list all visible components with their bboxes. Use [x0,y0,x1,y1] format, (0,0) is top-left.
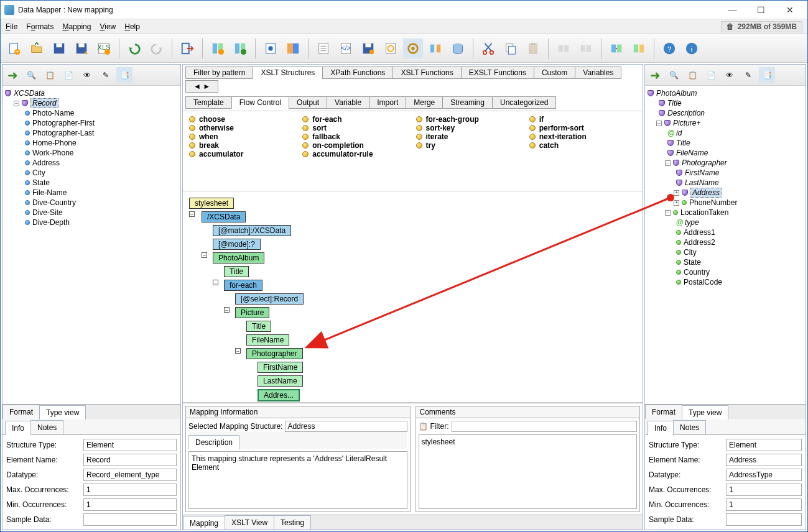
left-tab-format[interactable]: Format [2,405,40,419]
flow-item[interactable]: choose [189,115,296,124]
saveas-icon[interactable] [72,39,91,58]
left-tree-item[interactable]: Dive-Depth [32,218,70,227]
node-lastname[interactable]: LastName [258,375,303,387]
rt-firstname[interactable]: FirstName [685,168,719,177]
right-tab-notes[interactable]: Notes [673,420,706,434]
tool-d-icon[interactable] [283,39,303,58]
left-tree-root[interactable]: XCSData [14,89,45,98]
right-info-sample[interactable] [726,513,802,526]
left-tree[interactable]: XCSData –Record Photo-NamePhotographer-F… [2,86,180,404]
rt-desc[interactable]: Description [667,109,705,117]
left-add-icon[interactable]: ➜ [4,67,21,83]
rt-picture[interactable]: Picture+ [673,119,700,127]
left-tab-typeview[interactable]: Type view [39,405,86,420]
left-search-icon[interactable]: 🔍 [23,67,39,83]
rt-country[interactable]: Country [684,268,710,277]
tool-g-icon[interactable] [358,39,378,58]
left-t3-icon[interactable]: 👁 [79,67,95,83]
tool-n-icon[interactable] [629,39,649,58]
left-info-datatype[interactable] [83,469,177,481]
sub-tab[interactable]: Import [369,96,406,109]
save-icon[interactable] [49,39,69,58]
tool-m-icon[interactable] [606,39,626,58]
top-tab[interactable]: XSLT Structures [253,66,323,79]
flow-item[interactable]: if [529,115,636,124]
rt-state[interactable]: State [684,258,701,267]
node-photographer[interactable]: Photographer [246,348,303,359]
top-tab[interactable]: Custom [534,66,575,79]
rt-id[interactable]: id [676,129,682,137]
db-icon[interactable] [448,39,468,58]
menu-help[interactable]: Help [124,22,140,31]
sub-tab[interactable]: Variable [327,96,369,109]
node-match[interactable]: [@match]:/XCSData [213,225,291,236]
tool-j-icon[interactable] [425,39,445,58]
tool-i-icon[interactable] [403,39,423,58]
right-info-min[interactable] [726,498,802,511]
left-tree-item[interactable]: Dive-Country [32,198,76,207]
help-icon[interactable]: ? [659,39,679,58]
right-info-datatype[interactable] [726,469,802,481]
left-info-elemname[interactable] [83,454,177,466]
minimize-button[interactable]: — [718,1,746,19]
maximize-button[interactable]: ☐ [747,1,775,19]
rt-addr2[interactable]: Address2 [684,238,715,247]
flow-item[interactable]: accumulator-rule [302,150,409,158]
left-info-structtype[interactable] [83,439,177,451]
bottom-tab[interactable]: XSLT View [225,515,274,530]
rt-city[interactable]: City [684,248,697,257]
left-t5-icon[interactable]: 📑 [116,67,132,83]
tool-e-icon[interactable] [313,39,333,58]
left-t1-icon[interactable]: 📋 [42,67,58,83]
rt-ltype[interactable]: type [685,218,699,227]
sub-tab[interactable]: Output [289,96,327,109]
node-title[interactable]: Title [224,266,249,277]
node-picture[interactable]: Picture [235,307,269,318]
right-t5-icon[interactable]: 📑 [759,67,775,83]
rt-root[interactable]: PhotoAlbum [656,89,697,98]
flow-item[interactable]: catch [529,141,636,150]
node-filename[interactable]: FileName [246,334,289,346]
undo-icon[interactable] [124,39,144,58]
memory-indicator[interactable]: 🗑 292MB of 359MB [721,21,802,32]
node-stylesheet[interactable]: stylesheet [189,198,234,209]
left-tree-item[interactable]: State [32,178,50,187]
left-info-min[interactable] [83,498,177,511]
node-mode[interactable]: [@mode]:? [213,239,261,250]
tool-b-icon[interactable] [230,39,250,58]
flow-item[interactable]: fallback [302,132,409,141]
tool-k-icon[interactable] [554,39,573,58]
sub-tab[interactable]: Flow Control [231,96,289,109]
tool-h-icon[interactable] [381,39,401,58]
flow-item[interactable]: iterate [416,132,523,141]
flow-item[interactable]: on-completion [302,141,409,150]
rt-addr1[interactable]: Address1 [684,228,715,237]
right-tab-format[interactable]: Format [645,405,682,419]
left-tree-item[interactable]: Home-Phone [32,139,77,147]
bottom-tab[interactable]: Mapping [183,516,225,530]
selected-structure-input[interactable] [285,421,407,432]
rt-ptitle[interactable]: Title [676,139,690,147]
sub-tab[interactable]: Streaming [442,96,493,109]
left-tree-item[interactable]: City [32,168,45,177]
right-info-structtype[interactable] [726,439,802,451]
mapping-canvas[interactable]: stylesheet – /XCSData [@match]:/XCSData … [183,191,643,403]
right-add-icon[interactable]: ➜ [647,67,663,83]
exit-icon[interactable] [177,39,197,58]
rt-lastname[interactable]: LastName [685,178,719,187]
right-tree[interactable]: PhotoAlbum Title Description –Picture+ @… [645,86,806,404]
rt-filename[interactable]: FileName [676,149,708,157]
top-tab[interactable]: XSLT Functions [392,66,461,79]
cut-icon[interactable] [478,39,498,58]
rt-location[interactable]: LocationTaken [680,208,728,217]
menu-file[interactable]: File [6,22,17,31]
top-tab[interactable]: Variables [575,66,621,79]
description-tab[interactable]: Description [188,435,239,449]
node-firstname[interactable]: FirstName [258,362,303,373]
rt-title[interactable]: Title [667,99,682,108]
left-info-max[interactable] [83,484,177,496]
flow-item[interactable]: sort [302,124,409,132]
flow-item[interactable]: perform-sort [529,124,636,132]
top-tab[interactable]: EXSLT Functions [461,66,534,79]
node-xcsdata[interactable]: /XCSData [202,211,246,222]
